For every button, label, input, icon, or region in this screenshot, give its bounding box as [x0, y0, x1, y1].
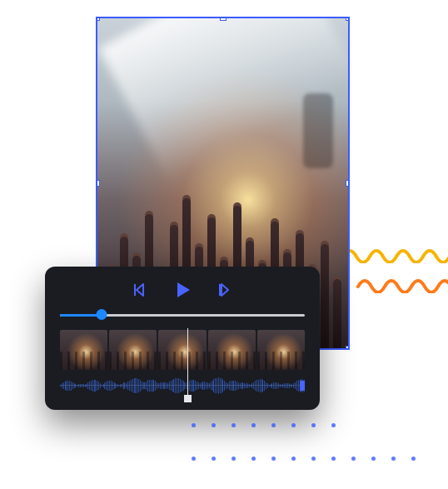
resize-handle-top-right[interactable]: [346, 17, 350, 21]
svg-rect-0: [134, 284, 136, 296]
seek-knob[interactable]: [96, 309, 107, 320]
decor-dot-grid: [192, 423, 336, 428]
seek-fill: [60, 314, 102, 317]
timeline-thumbnail[interactable]: [158, 330, 206, 370]
decor-squiggle-yellow: [341, 247, 448, 263]
resize-handle-bottom-right[interactable]: [346, 346, 350, 350]
timeline-thumbnail[interactable]: [257, 330, 305, 370]
audio-waveform: [60, 377, 305, 395]
audio-waveform-row[interactable]: [60, 375, 305, 397]
prev-frame-icon[interactable]: [132, 282, 148, 298]
timeline-thumbnail[interactable]: [109, 330, 157, 370]
seek-bar[interactable]: [60, 307, 305, 323]
play-icon[interactable]: [172, 279, 193, 301]
playhead[interactable]: [187, 328, 188, 398]
thumbnail-strip[interactable]: [60, 330, 305, 370]
timeline-panel: [45, 267, 320, 410]
timeline-thumbnail[interactable]: [60, 330, 107, 370]
timeline-thumbnail[interactable]: [208, 330, 256, 370]
decor-dot-grid: [192, 457, 416, 462]
playback-controls: [60, 278, 305, 302]
resize-handle-right[interactable]: [346, 180, 350, 187]
next-frame-icon[interactable]: [217, 282, 233, 298]
decor-squiggle-orange: [356, 277, 448, 293]
resize-handle-top-left[interactable]: [96, 17, 100, 21]
resize-handle-top[interactable]: [220, 17, 226, 21]
resize-handle-left[interactable]: [96, 180, 100, 187]
editor-stage: [0, 0, 448, 489]
clip-end-marker[interactable]: [300, 381, 305, 391]
svg-rect-1: [219, 284, 221, 296]
